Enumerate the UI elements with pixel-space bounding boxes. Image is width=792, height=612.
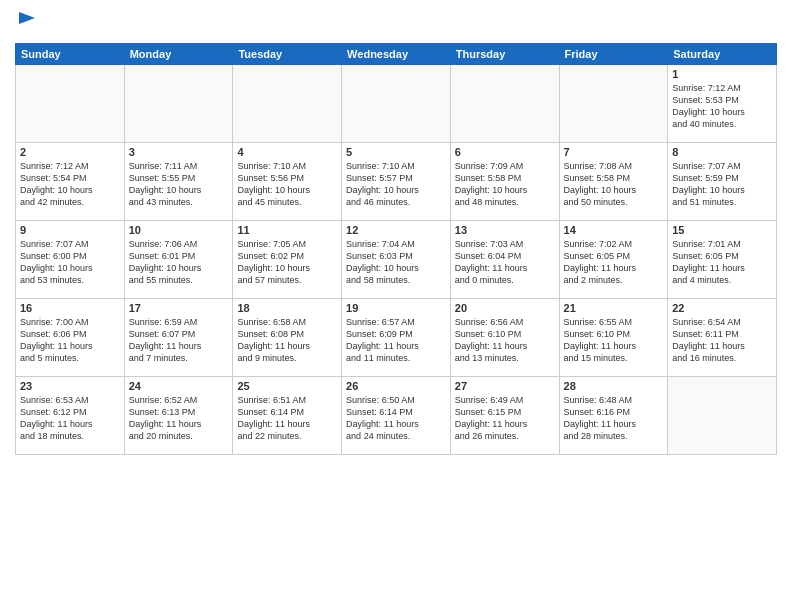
day-info: Sunrise: 7:06 AM Sunset: 6:01 PM Dayligh… — [129, 238, 229, 287]
calendar-cell: 26Sunrise: 6:50 AM Sunset: 6:14 PM Dayli… — [342, 376, 451, 454]
calendar-cell: 28Sunrise: 6:48 AM Sunset: 6:16 PM Dayli… — [559, 376, 668, 454]
calendar-cell — [559, 64, 668, 142]
day-number: 10 — [129, 224, 229, 236]
day-info: Sunrise: 6:54 AM Sunset: 6:11 PM Dayligh… — [672, 316, 772, 365]
day-info: Sunrise: 6:58 AM Sunset: 6:08 PM Dayligh… — [237, 316, 337, 365]
day-info: Sunrise: 7:07 AM Sunset: 5:59 PM Dayligh… — [672, 160, 772, 209]
day-info: Sunrise: 7:11 AM Sunset: 5:55 PM Dayligh… — [129, 160, 229, 209]
weekday-header-monday: Monday — [124, 43, 233, 64]
calendar-cell — [342, 64, 451, 142]
day-number: 1 — [672, 68, 772, 80]
calendar-cell: 4Sunrise: 7:10 AM Sunset: 5:56 PM Daylig… — [233, 142, 342, 220]
day-info: Sunrise: 6:59 AM Sunset: 6:07 PM Dayligh… — [129, 316, 229, 365]
week-row-3: 9Sunrise: 7:07 AM Sunset: 6:00 PM Daylig… — [16, 220, 777, 298]
svg-marker-0 — [19, 12, 35, 24]
calendar-cell: 12Sunrise: 7:04 AM Sunset: 6:03 PM Dayli… — [342, 220, 451, 298]
calendar-cell — [16, 64, 125, 142]
week-row-1: 1Sunrise: 7:12 AM Sunset: 5:53 PM Daylig… — [16, 64, 777, 142]
day-number: 17 — [129, 302, 229, 314]
calendar-cell: 7Sunrise: 7:08 AM Sunset: 5:58 PM Daylig… — [559, 142, 668, 220]
calendar-cell: 22Sunrise: 6:54 AM Sunset: 6:11 PM Dayli… — [668, 298, 777, 376]
week-row-2: 2Sunrise: 7:12 AM Sunset: 5:54 PM Daylig… — [16, 142, 777, 220]
weekday-header-sunday: Sunday — [16, 43, 125, 64]
day-info: Sunrise: 7:12 AM Sunset: 5:53 PM Dayligh… — [672, 82, 772, 131]
day-number: 21 — [564, 302, 664, 314]
week-row-4: 16Sunrise: 7:00 AM Sunset: 6:06 PM Dayli… — [16, 298, 777, 376]
day-info: Sunrise: 7:09 AM Sunset: 5:58 PM Dayligh… — [455, 160, 555, 209]
calendar-cell: 1Sunrise: 7:12 AM Sunset: 5:53 PM Daylig… — [668, 64, 777, 142]
day-info: Sunrise: 6:56 AM Sunset: 6:10 PM Dayligh… — [455, 316, 555, 365]
day-number: 8 — [672, 146, 772, 158]
calendar-cell: 19Sunrise: 6:57 AM Sunset: 6:09 PM Dayli… — [342, 298, 451, 376]
day-number: 14 — [564, 224, 664, 236]
weekday-header-wednesday: Wednesday — [342, 43, 451, 64]
calendar-cell: 25Sunrise: 6:51 AM Sunset: 6:14 PM Dayli… — [233, 376, 342, 454]
day-info: Sunrise: 6:50 AM Sunset: 6:14 PM Dayligh… — [346, 394, 446, 443]
day-info: Sunrise: 7:08 AM Sunset: 5:58 PM Dayligh… — [564, 160, 664, 209]
calendar-cell: 13Sunrise: 7:03 AM Sunset: 6:04 PM Dayli… — [450, 220, 559, 298]
day-number: 16 — [20, 302, 120, 314]
day-info: Sunrise: 7:07 AM Sunset: 6:00 PM Dayligh… — [20, 238, 120, 287]
day-number: 4 — [237, 146, 337, 158]
day-info: Sunrise: 6:57 AM Sunset: 6:09 PM Dayligh… — [346, 316, 446, 365]
logo — [15, 10, 39, 37]
calendar-cell: 11Sunrise: 7:05 AM Sunset: 6:02 PM Dayli… — [233, 220, 342, 298]
day-number: 6 — [455, 146, 555, 158]
day-number: 2 — [20, 146, 120, 158]
calendar-body: 1Sunrise: 7:12 AM Sunset: 5:53 PM Daylig… — [16, 64, 777, 454]
day-number: 20 — [455, 302, 555, 314]
day-info: Sunrise: 6:49 AM Sunset: 6:15 PM Dayligh… — [455, 394, 555, 443]
calendar-cell — [124, 64, 233, 142]
week-row-5: 23Sunrise: 6:53 AM Sunset: 6:12 PM Dayli… — [16, 376, 777, 454]
calendar-cell: 18Sunrise: 6:58 AM Sunset: 6:08 PM Dayli… — [233, 298, 342, 376]
day-number: 24 — [129, 380, 229, 392]
calendar-cell: 3Sunrise: 7:11 AM Sunset: 5:55 PM Daylig… — [124, 142, 233, 220]
calendar-cell: 6Sunrise: 7:09 AM Sunset: 5:58 PM Daylig… — [450, 142, 559, 220]
calendar-cell: 8Sunrise: 7:07 AM Sunset: 5:59 PM Daylig… — [668, 142, 777, 220]
calendar-cell: 27Sunrise: 6:49 AM Sunset: 6:15 PM Dayli… — [450, 376, 559, 454]
day-info: Sunrise: 6:53 AM Sunset: 6:12 PM Dayligh… — [20, 394, 120, 443]
calendar-cell: 10Sunrise: 7:06 AM Sunset: 6:01 PM Dayli… — [124, 220, 233, 298]
day-info: Sunrise: 7:04 AM Sunset: 6:03 PM Dayligh… — [346, 238, 446, 287]
day-info: Sunrise: 7:12 AM Sunset: 5:54 PM Dayligh… — [20, 160, 120, 209]
calendar-cell: 23Sunrise: 6:53 AM Sunset: 6:12 PM Dayli… — [16, 376, 125, 454]
day-number: 27 — [455, 380, 555, 392]
calendar-cell: 2Sunrise: 7:12 AM Sunset: 5:54 PM Daylig… — [16, 142, 125, 220]
day-number: 23 — [20, 380, 120, 392]
day-number: 18 — [237, 302, 337, 314]
calendar-cell — [450, 64, 559, 142]
day-number: 5 — [346, 146, 446, 158]
day-number: 13 — [455, 224, 555, 236]
day-info: Sunrise: 6:48 AM Sunset: 6:16 PM Dayligh… — [564, 394, 664, 443]
day-info: Sunrise: 7:10 AM Sunset: 5:57 PM Dayligh… — [346, 160, 446, 209]
day-info: Sunrise: 7:02 AM Sunset: 6:05 PM Dayligh… — [564, 238, 664, 287]
day-info: Sunrise: 6:51 AM Sunset: 6:14 PM Dayligh… — [237, 394, 337, 443]
day-number: 28 — [564, 380, 664, 392]
day-number: 12 — [346, 224, 446, 236]
header — [15, 10, 777, 37]
weekday-header-tuesday: Tuesday — [233, 43, 342, 64]
day-info: Sunrise: 6:52 AM Sunset: 6:13 PM Dayligh… — [129, 394, 229, 443]
calendar-cell — [233, 64, 342, 142]
day-info: Sunrise: 7:10 AM Sunset: 5:56 PM Dayligh… — [237, 160, 337, 209]
day-number: 3 — [129, 146, 229, 158]
calendar: SundayMondayTuesdayWednesdayThursdayFrid… — [15, 43, 777, 455]
day-number: 19 — [346, 302, 446, 314]
day-info: Sunrise: 7:03 AM Sunset: 6:04 PM Dayligh… — [455, 238, 555, 287]
day-number: 26 — [346, 380, 446, 392]
day-info: Sunrise: 6:55 AM Sunset: 6:10 PM Dayligh… — [564, 316, 664, 365]
calendar-cell: 17Sunrise: 6:59 AM Sunset: 6:07 PM Dayli… — [124, 298, 233, 376]
weekday-header-friday: Friday — [559, 43, 668, 64]
calendar-cell: 5Sunrise: 7:10 AM Sunset: 5:57 PM Daylig… — [342, 142, 451, 220]
calendar-cell: 15Sunrise: 7:01 AM Sunset: 6:05 PM Dayli… — [668, 220, 777, 298]
logo-flag-icon — [17, 10, 39, 32]
day-info: Sunrise: 7:01 AM Sunset: 6:05 PM Dayligh… — [672, 238, 772, 287]
calendar-cell — [668, 376, 777, 454]
calendar-cell: 14Sunrise: 7:02 AM Sunset: 6:05 PM Dayli… — [559, 220, 668, 298]
day-number: 22 — [672, 302, 772, 314]
day-number: 11 — [237, 224, 337, 236]
calendar-cell: 9Sunrise: 7:07 AM Sunset: 6:00 PM Daylig… — [16, 220, 125, 298]
day-number: 15 — [672, 224, 772, 236]
calendar-cell: 24Sunrise: 6:52 AM Sunset: 6:13 PM Dayli… — [124, 376, 233, 454]
calendar-cell: 16Sunrise: 7:00 AM Sunset: 6:06 PM Dayli… — [16, 298, 125, 376]
